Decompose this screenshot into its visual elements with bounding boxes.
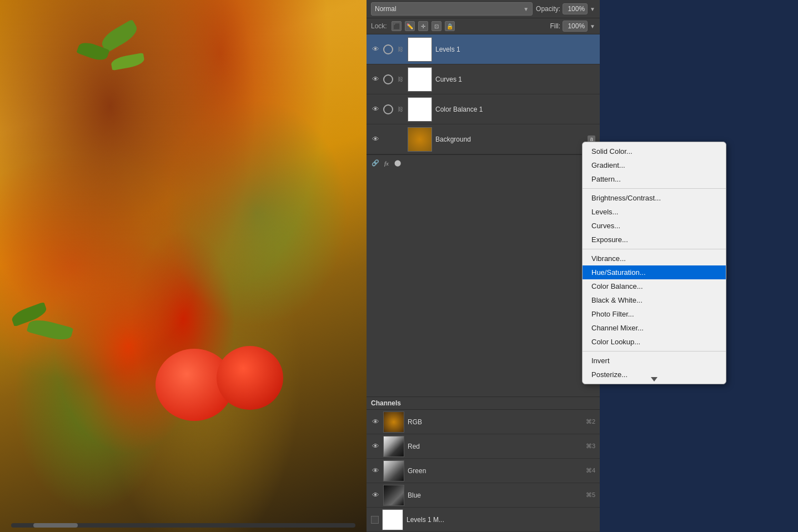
channel-name-rgb: RGB — [408, 418, 422, 426]
lock-transparent-btn[interactable]: ⬛ — [392, 21, 401, 31]
menu-item-solid-color---[interactable]: Solid Color... — [583, 144, 726, 158]
layer-eye-colorbalance1[interactable]: 👁 — [371, 105, 380, 114]
menu-item-black---white---[interactable]: Black & White... — [583, 293, 726, 307]
lock-position-btn[interactable]: ✛ — [418, 21, 428, 31]
menu-item-vibrance---[interactable]: Vibrance... — [583, 252, 726, 265]
opacity-value[interactable]: 100% — [563, 3, 588, 14]
layer-link-icon[interactable]: 🔗 — [371, 159, 380, 168]
herb-decoration — [27, 317, 74, 343]
layer-chain-curves1: ⛓ — [397, 74, 404, 84]
layer-eye-background[interactable]: 👁 — [371, 135, 380, 144]
channel-name-red: Red — [408, 443, 420, 450]
layer-thumb-levels1 — [408, 37, 432, 62]
blend-opacity-row: Normal ▼ Opacity: 100% ▼ — [367, 0, 600, 18]
layer-thumb-background — [408, 127, 432, 152]
channel-name-blue: Blue — [408, 491, 421, 499]
layer-list: 👁 ⛓ Levels 1 👁 ⛓ Curves 1 👁 ⛓ Color Bala… — [367, 34, 600, 397]
layer-eye-curves1[interactable]: 👁 — [371, 75, 380, 84]
layer-item-colorbalance1[interactable]: 👁 ⛓ Color Balance 1 — [367, 94, 600, 124]
fill-value[interactable]: 100% — [563, 21, 588, 32]
channel-thumb-blue — [383, 485, 404, 506]
tomato-decoration — [217, 346, 283, 410]
panels-area: Normal ▼ Opacity: 100% ▼ Lock: ⬛ ✏️ ✛ ⊡ … — [367, 0, 600, 532]
canvas-image — [0, 0, 367, 532]
menu-item-pattern---[interactable]: Pattern... — [583, 172, 726, 186]
channel-eye-blue[interactable]: 👁 — [371, 491, 380, 500]
layer-chain-levels1: ⛓ — [397, 44, 404, 54]
blend-mode-select[interactable]: Normal ▼ — [371, 2, 533, 16]
channel-eye-red[interactable]: 👁 — [371, 442, 380, 451]
lock-icons: ⬛ ✏️ ✛ ⊡ 🔒 — [392, 21, 455, 31]
layer-name-levels1: Levels 1 — [435, 46, 595, 53]
menu-item-gradient---[interactable]: Gradient... — [583, 158, 726, 172]
layer-name-background: Background — [435, 135, 584, 143]
channel-shortcut-blue: ⌘5 — [586, 491, 595, 499]
canvas-area — [0, 0, 367, 532]
layer-visibility-btn-curves1[interactable] — [383, 74, 393, 84]
levels-mask-check[interactable] — [371, 516, 379, 524]
lock-image-btn[interactable]: ✏️ — [405, 21, 415, 31]
opacity-chevron: ▼ — [590, 6, 595, 12]
layer-chain-colorbalance1: ⛓ — [397, 104, 404, 114]
layer-thumb-curves1 — [408, 67, 432, 92]
levels-mask-name: Levels 1 M... — [406, 516, 444, 524]
layer-name-colorbalance1: Color Balance 1 — [435, 106, 595, 113]
menu-item-exposure---[interactable]: Exposure... — [583, 233, 726, 247]
channel-item-red[interactable]: 👁 Red ⌘3 — [367, 434, 600, 459]
opacity-row: Opacity: 100% ▼ — [536, 3, 595, 14]
channel-thumb-rgb — [383, 411, 404, 433]
channel-item-blue[interactable]: 👁 Blue ⌘5 — [367, 483, 600, 508]
layer-item-levels1[interactable]: 👁 ⛓ Levels 1 — [367, 34, 600, 64]
channel-item-rgb[interactable]: 👁 RGB ⌘2 — [367, 410, 600, 434]
channel-eye-rgb[interactable]: 👁 — [371, 418, 380, 426]
menu-item-color-lookup---[interactable]: Color Lookup... — [583, 335, 726, 349]
layer-fx-icon[interactable]: fx — [382, 159, 391, 168]
channel-thumb-green — [383, 460, 404, 481]
layer-item-background[interactable]: 👁 Background a — [367, 124, 600, 154]
lock-artboard-btn[interactable]: ⊡ — [431, 21, 441, 31]
canvas-scrollbar[interactable] — [11, 523, 355, 528]
menu-item-levels---[interactable]: Levels... — [583, 205, 726, 219]
layer-name-curves1: Curves 1 — [435, 76, 595, 83]
menu-item-invert[interactable]: Invert — [583, 354, 726, 368]
layer-thumb-colorbalance1 — [408, 97, 432, 122]
levels-mask-item[interactable]: Levels 1 M... — [367, 508, 600, 532]
context-menu: Solid Color...Gradient...Pattern...Brigh… — [582, 142, 726, 384]
menu-item-brightness-contrast---[interactable]: Brightness/Contrast... — [583, 191, 726, 205]
channel-shortcut-rgb: ⌘2 — [586, 418, 595, 425]
canvas-scrollbar-thumb[interactable] — [33, 523, 78, 528]
menu-separator-3 — [583, 188, 726, 189]
channel-eye-green[interactable]: 👁 — [371, 466, 380, 475]
fill-chevron: ▼ — [590, 23, 595, 29]
channel-item-green[interactable]: 👁 Green ⌘4 — [367, 459, 600, 483]
lock-row: Lock: ⬛ ✏️ ✛ ⊡ 🔒 Fill: 100% ▼ — [367, 18, 600, 34]
fill-row: Fill: 100% ▼ — [550, 21, 595, 32]
layer-item-curves1[interactable]: 👁 ⛓ Curves 1 — [367, 64, 600, 94]
menu-separator-16 — [583, 351, 726, 352]
menu-item-hue-saturation---[interactable]: Hue/Saturation... — [583, 265, 726, 279]
channel-shortcut-red: ⌘3 — [586, 443, 595, 450]
channels-header: Channels — [367, 397, 600, 410]
channels-title: Channels — [371, 399, 401, 407]
menu-item-color-balance---[interactable]: Color Balance... — [583, 279, 726, 293]
menu-item-channel-mixer---[interactable]: Channel Mixer... — [583, 321, 726, 335]
menu-separator-8 — [583, 249, 726, 249]
herb-decoration — [111, 53, 145, 71]
opacity-label: Opacity: — [536, 5, 560, 13]
levels-mask-thumb — [382, 509, 403, 530]
layer-visibility-btn-levels1[interactable] — [383, 44, 393, 54]
blend-mode-chevron: ▼ — [523, 6, 529, 12]
channel-shortcut-green: ⌘4 — [586, 467, 595, 474]
channels-panel: Channels 👁 RGB ⌘2 👁 Red ⌘3 👁 Green ⌘4 👁 — [367, 397, 600, 532]
channel-thumb-red — [383, 436, 404, 457]
fill-label: Fill: — [550, 22, 560, 30]
menu-item-photo-filter---[interactable]: Photo Filter... — [583, 307, 726, 321]
menu-scroll-arrow[interactable] — [651, 377, 658, 382]
menu-item-curves---[interactable]: Curves... — [583, 219, 726, 233]
layer-visibility-btn-colorbalance1[interactable] — [383, 104, 393, 114]
layer-mask-icon[interactable]: ⬤ — [393, 159, 402, 168]
lock-all-btn[interactable]: 🔒 — [445, 21, 455, 31]
blend-mode-value: Normal — [375, 5, 397, 13]
layer-eye-levels1[interactable]: 👁 — [371, 45, 380, 54]
channel-name-green: Green — [408, 467, 426, 475]
